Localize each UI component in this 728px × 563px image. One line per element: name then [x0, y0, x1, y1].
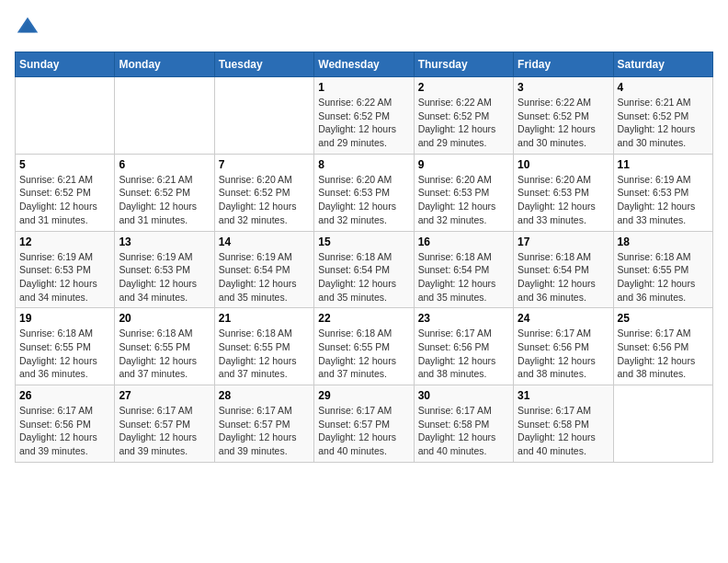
day-info: Sunrise: 6:18 AMSunset: 6:55 PMDaylight:… [318, 327, 409, 381]
week-row-4: 19Sunrise: 6:18 AMSunset: 6:55 PMDayligh… [16, 308, 713, 385]
day-info: Sunrise: 6:17 AMSunset: 6:58 PMDaylight:… [518, 404, 609, 458]
day-number: 18 [618, 236, 709, 248]
day-info: Sunrise: 6:18 AMSunset: 6:55 PMDaylight:… [618, 250, 709, 304]
calendar-cell [214, 77, 313, 155]
calendar-cell: 19Sunrise: 6:18 AMSunset: 6:55 PMDayligh… [16, 308, 115, 385]
day-info: Sunrise: 6:20 AMSunset: 6:52 PMDaylight:… [219, 173, 310, 227]
calendar-cell: 23Sunrise: 6:17 AMSunset: 6:56 PMDayligh… [414, 308, 513, 385]
header-saturday: Saturday [613, 52, 712, 77]
calendar-cell: 29Sunrise: 6:17 AMSunset: 6:57 PMDayligh… [314, 385, 414, 463]
day-info: Sunrise: 6:17 AMSunset: 6:56 PMDaylight:… [19, 404, 110, 458]
header-row: Sunday Monday Tuesday Wednesday Thursday… [16, 52, 713, 77]
calendar-cell: 2Sunrise: 6:22 AMSunset: 6:52 PMDaylight… [414, 77, 513, 155]
day-number: 22 [318, 312, 409, 325]
day-info: Sunrise: 6:22 AMSunset: 6:52 PMDaylight:… [518, 96, 609, 150]
day-number: 15 [318, 236, 409, 248]
day-number: 30 [418, 389, 509, 402]
day-number: 16 [418, 236, 509, 248]
calendar-cell: 27Sunrise: 6:17 AMSunset: 6:57 PMDayligh… [115, 385, 214, 463]
day-info: Sunrise: 6:22 AMSunset: 6:52 PMDaylight:… [418, 96, 509, 150]
calendar-cell: 13Sunrise: 6:19 AMSunset: 6:53 PMDayligh… [115, 231, 214, 308]
logo [15, 15, 44, 40]
calendar-cell: 15Sunrise: 6:18 AMSunset: 6:54 PMDayligh… [314, 231, 414, 308]
day-number: 28 [219, 389, 310, 402]
calendar-cell: 4Sunrise: 6:21 AMSunset: 6:52 PMDaylight… [613, 77, 712, 155]
day-info: Sunrise: 6:19 AMSunset: 6:53 PMDaylight:… [19, 250, 110, 304]
header-wednesday: Wednesday [314, 52, 414, 77]
day-number: 29 [318, 389, 409, 402]
day-number: 10 [518, 158, 609, 171]
day-info: Sunrise: 6:18 AMSunset: 6:54 PMDaylight:… [418, 250, 509, 304]
day-info: Sunrise: 6:17 AMSunset: 6:57 PMDaylight:… [119, 404, 210, 458]
day-info: Sunrise: 6:21 AMSunset: 6:52 PMDaylight:… [19, 173, 110, 227]
calendar-cell: 7Sunrise: 6:20 AMSunset: 6:52 PMDaylight… [214, 154, 313, 231]
day-number: 21 [219, 312, 310, 325]
calendar-cell: 24Sunrise: 6:17 AMSunset: 6:56 PMDayligh… [514, 308, 613, 385]
calendar-cell: 16Sunrise: 6:18 AMSunset: 6:54 PMDayligh… [414, 231, 513, 308]
day-number: 27 [119, 389, 210, 402]
calendar-cell: 21Sunrise: 6:18 AMSunset: 6:55 PMDayligh… [214, 308, 313, 385]
calendar-cell: 9Sunrise: 6:20 AMSunset: 6:53 PMDaylight… [414, 154, 513, 231]
day-number: 19 [19, 312, 110, 325]
calendar-cell: 17Sunrise: 6:18 AMSunset: 6:54 PMDayligh… [514, 231, 613, 308]
calendar-header: Sunday Monday Tuesday Wednesday Thursday… [16, 52, 713, 77]
day-number: 17 [518, 236, 609, 248]
calendar-body: 1Sunrise: 6:22 AMSunset: 6:52 PMDaylight… [16, 77, 713, 463]
day-number: 20 [119, 312, 210, 325]
day-info: Sunrise: 6:18 AMSunset: 6:55 PMDaylight:… [119, 327, 210, 381]
day-info: Sunrise: 6:17 AMSunset: 6:56 PMDaylight:… [618, 327, 709, 381]
day-number: 12 [19, 236, 110, 248]
page-header [15, 15, 713, 40]
day-number: 11 [618, 158, 709, 171]
calendar-cell: 30Sunrise: 6:17 AMSunset: 6:58 PMDayligh… [414, 385, 513, 463]
calendar-cell [16, 77, 115, 155]
day-info: Sunrise: 6:22 AMSunset: 6:52 PMDaylight:… [318, 96, 409, 150]
day-number: 14 [219, 236, 310, 248]
calendar-cell: 11Sunrise: 6:19 AMSunset: 6:53 PMDayligh… [613, 154, 712, 231]
calendar-cell: 26Sunrise: 6:17 AMSunset: 6:56 PMDayligh… [16, 385, 115, 463]
calendar-cell: 18Sunrise: 6:18 AMSunset: 6:55 PMDayligh… [613, 231, 712, 308]
day-number: 31 [518, 389, 609, 402]
header-friday: Friday [514, 52, 613, 77]
day-number: 2 [418, 81, 509, 94]
day-number: 6 [119, 158, 210, 171]
day-number: 3 [518, 81, 609, 94]
day-number: 23 [418, 312, 509, 325]
calendar-cell: 6Sunrise: 6:21 AMSunset: 6:52 PMDaylight… [115, 154, 214, 231]
day-info: Sunrise: 6:17 AMSunset: 6:56 PMDaylight:… [418, 327, 509, 381]
logo-icon [15, 15, 40, 40]
calendar-cell: 10Sunrise: 6:20 AMSunset: 6:53 PMDayligh… [514, 154, 613, 231]
week-row-1: 1Sunrise: 6:22 AMSunset: 6:52 PMDaylight… [16, 77, 713, 155]
day-info: Sunrise: 6:17 AMSunset: 6:57 PMDaylight:… [318, 404, 409, 458]
calendar-cell: 12Sunrise: 6:19 AMSunset: 6:53 PMDayligh… [16, 231, 115, 308]
week-row-5: 26Sunrise: 6:17 AMSunset: 6:56 PMDayligh… [16, 385, 713, 463]
calendar-cell: 1Sunrise: 6:22 AMSunset: 6:52 PMDaylight… [314, 77, 414, 155]
calendar-table: Sunday Monday Tuesday Wednesday Thursday… [15, 52, 713, 463]
day-info: Sunrise: 6:18 AMSunset: 6:55 PMDaylight:… [19, 327, 110, 381]
calendar-cell: 28Sunrise: 6:17 AMSunset: 6:57 PMDayligh… [214, 385, 313, 463]
week-row-3: 12Sunrise: 6:19 AMSunset: 6:53 PMDayligh… [16, 231, 713, 308]
day-info: Sunrise: 6:20 AMSunset: 6:53 PMDaylight:… [418, 173, 509, 227]
day-info: Sunrise: 6:21 AMSunset: 6:52 PMDaylight:… [618, 96, 709, 150]
header-sunday: Sunday [16, 52, 115, 77]
day-number: 1 [318, 81, 409, 94]
day-info: Sunrise: 6:17 AMSunset: 6:58 PMDaylight:… [418, 404, 509, 458]
week-row-2: 5Sunrise: 6:21 AMSunset: 6:52 PMDaylight… [16, 154, 713, 231]
day-info: Sunrise: 6:20 AMSunset: 6:53 PMDaylight:… [318, 173, 409, 227]
header-tuesday: Tuesday [214, 52, 313, 77]
day-info: Sunrise: 6:19 AMSunset: 6:53 PMDaylight:… [119, 250, 210, 304]
header-monday: Monday [115, 52, 214, 77]
day-info: Sunrise: 6:17 AMSunset: 6:56 PMDaylight:… [518, 327, 609, 381]
day-number: 7 [219, 158, 310, 171]
day-info: Sunrise: 6:19 AMSunset: 6:53 PMDaylight:… [618, 173, 709, 227]
day-number: 25 [618, 312, 709, 325]
day-number: 4 [618, 81, 709, 94]
calendar-cell: 31Sunrise: 6:17 AMSunset: 6:58 PMDayligh… [514, 385, 613, 463]
calendar-cell: 22Sunrise: 6:18 AMSunset: 6:55 PMDayligh… [314, 308, 414, 385]
day-number: 24 [518, 312, 609, 325]
day-info: Sunrise: 6:21 AMSunset: 6:52 PMDaylight:… [119, 173, 210, 227]
calendar-cell: 5Sunrise: 6:21 AMSunset: 6:52 PMDaylight… [16, 154, 115, 231]
day-number: 13 [119, 236, 210, 248]
day-info: Sunrise: 6:18 AMSunset: 6:54 PMDaylight:… [318, 250, 409, 304]
calendar-cell: 14Sunrise: 6:19 AMSunset: 6:54 PMDayligh… [214, 231, 313, 308]
